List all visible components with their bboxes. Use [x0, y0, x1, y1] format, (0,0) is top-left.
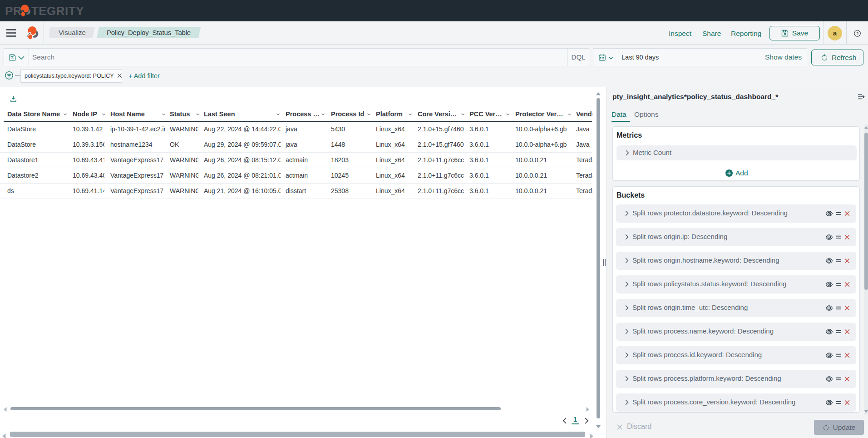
svg-text:?: ?	[856, 31, 858, 36]
